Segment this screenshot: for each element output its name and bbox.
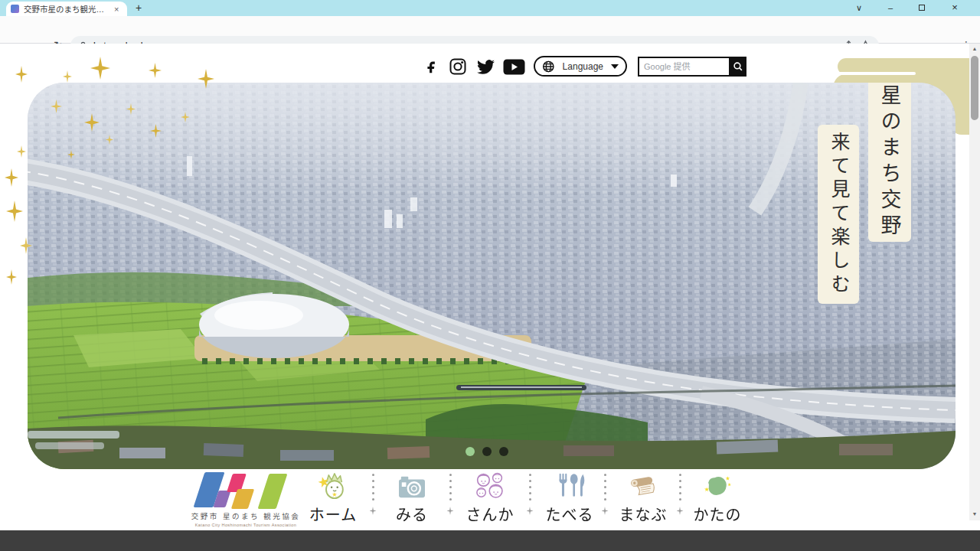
site-logo[interactable]: 交野市 星のまち 観光協会 Katano City Hoshinomachi T… (188, 472, 303, 527)
sparkle-icon (63, 70, 72, 83)
site-search (638, 57, 746, 77)
cutlery-icon (541, 471, 599, 500)
carousel-dot[interactable] (499, 447, 508, 456)
katano-map-icon (688, 471, 746, 500)
nav-label: まなぶ (614, 503, 672, 525)
nav-divider (676, 474, 684, 515)
carousel-dot[interactable] (482, 447, 492, 456)
page-content: Language (0, 44, 980, 551)
sparkle-icon (6, 201, 23, 222)
scrollbar-thumb[interactable] (971, 56, 978, 120)
tab-title: 交野市星のまち観光協会 | 大阪府交野市 (24, 3, 109, 15)
window-maximize-button[interactable] (910, 0, 933, 16)
nav-divider (369, 474, 377, 515)
new-tab-button[interactable]: + (132, 2, 145, 15)
language-label: Language (563, 61, 603, 72)
nav-label: さんか (461, 503, 519, 525)
window-menu-button[interactable]: ∨ (848, 0, 871, 16)
nav-label: ホーム (304, 503, 362, 525)
hero-catchcopy-sub: 来て見て楽しむ (818, 125, 859, 304)
sparkle-icon (5, 168, 18, 187)
globe-icon (542, 60, 555, 73)
sparkle-icon (15, 66, 28, 83)
window-minimize-button[interactable]: – (879, 0, 902, 16)
nav-label: みる (383, 503, 441, 525)
nav-divider (526, 474, 534, 515)
nav-label: かたの (688, 503, 746, 525)
sparkle-divider-icon (370, 507, 377, 515)
scrollbar[interactable]: ▲ ▼ (969, 44, 980, 520)
twitter-icon[interactable] (475, 58, 496, 79)
search-icon (733, 61, 743, 72)
nav-item-katano[interactable]: かたの (688, 471, 746, 525)
maximize-icon (919, 5, 925, 11)
site-favicon-icon (11, 5, 19, 13)
nav-label: たべる (541, 503, 599, 525)
camera-icon (383, 471, 441, 500)
instagram-icon[interactable] (449, 57, 467, 79)
youtube-icon[interactable] (503, 59, 525, 78)
search-input[interactable] (638, 57, 729, 77)
browser-tab[interactable]: 交野市星のまち観光協会 | 大阪府交野市 × (6, 2, 127, 16)
tab-close-icon[interactable]: × (114, 5, 119, 14)
sparkle-icon (149, 63, 162, 78)
logo-tiles-icon (188, 472, 303, 507)
family-icon (461, 471, 519, 500)
logo-subtitle: Katano City Hoshinomachi Tourism Associa… (188, 523, 303, 527)
nav-item-learn[interactable]: まなぶ (614, 471, 672, 525)
sparkle-icon (17, 145, 26, 158)
chevron-down-icon (611, 64, 619, 69)
tab-strip: 交野市星のまち観光協会 | 大阪府交野市 × + ∨ – × (0, 0, 980, 16)
hero-photo (28, 83, 956, 469)
window-close-button[interactable]: × (943, 0, 966, 16)
hero-catchcopy-main: 星のまち交野 (868, 83, 911, 242)
nav-divider (446, 474, 454, 515)
nav-item-participate[interactable]: さんか (461, 471, 519, 525)
nav-item-eat[interactable]: たべる (541, 471, 599, 525)
browser-window: 交野市星のまち観光協会 | 大阪府交野市 × + ∨ – × ← → ↻ kat… (0, 0, 980, 551)
search-button[interactable] (729, 57, 746, 77)
scroll-icon (614, 471, 672, 500)
main-navigation: 交野市 星のまち 観光協会 Katano City Hoshinomachi T… (0, 469, 980, 530)
sparkle-divider-icon (447, 507, 454, 515)
sparkle-icon (6, 269, 17, 285)
sparkle-icon (90, 57, 110, 80)
logo-title: 交野市 星のまち 観光協会 (188, 510, 303, 521)
language-selector[interactable]: Language (534, 56, 627, 77)
scroll-up-icon[interactable]: ▲ (969, 44, 980, 54)
browser-toolbar: ← → ↻ katano-kanko.com ⋮ (0, 16, 980, 44)
nav-item-see[interactable]: みる (383, 471, 441, 525)
nav-divider (601, 474, 609, 515)
carousel-dot-active[interactable] (466, 447, 475, 456)
sparkle-divider-icon (527, 507, 534, 515)
facebook-icon[interactable] (423, 57, 439, 80)
mascot-home-icon (304, 471, 362, 500)
nav-item-home[interactable]: ホーム (304, 471, 362, 525)
sparkle-divider-icon (602, 507, 609, 515)
footer-band (0, 530, 980, 551)
cloud-decoration-gap (836, 72, 916, 75)
sparkle-divider-icon (677, 507, 684, 515)
scroll-down-icon[interactable]: ▼ (969, 509, 980, 519)
